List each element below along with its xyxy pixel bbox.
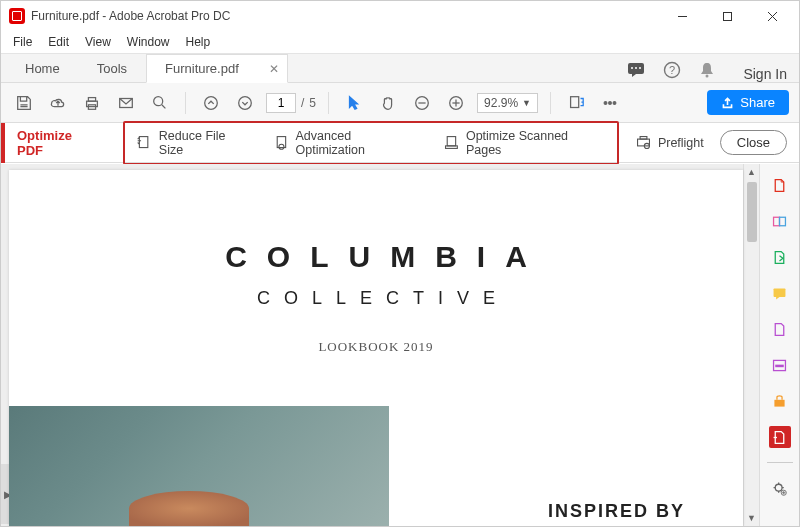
tab-document-label: Furniture.pdf [165,61,239,76]
zoom-out-icon[interactable] [409,90,435,116]
svg-point-25 [604,101,607,104]
tab-document[interactable]: Furniture.pdf ✕ [146,54,288,83]
bell-icon[interactable] [699,61,715,82]
svg-point-15 [154,96,163,105]
optimize-title: Optimize PDF [17,128,101,158]
tab-tools[interactable]: Tools [79,55,146,82]
page-sep: / [301,96,304,110]
svg-line-16 [162,104,166,108]
svg-rect-32 [446,146,458,149]
main-toolbar: / 5 92.9%▼ Share [1,83,799,123]
svg-rect-36 [774,217,780,226]
svg-rect-41 [774,399,784,406]
window-title: Furniture.pdf - Adobe Acrobat Pro DC [31,9,660,23]
scroll-thumb[interactable] [747,182,757,242]
svg-rect-40 [775,364,784,367]
svg-point-17 [205,96,218,109]
optimize-scanned-button[interactable]: Optimize Scanned Pages [437,126,612,160]
rail-protect-icon[interactable] [769,390,791,412]
rail-more-tools-icon[interactable] [769,477,791,499]
search-icon[interactable] [147,90,173,116]
rail-redact-icon[interactable] [769,354,791,376]
print-icon[interactable] [79,90,105,116]
app-icon [9,8,25,24]
svg-rect-12 [88,97,95,101]
maximize-button[interactable] [705,2,750,30]
optimize-toolbar: Optimize PDF Reduce File Size Advanced O… [1,123,799,163]
advanced-optimization-button[interactable]: Advanced Optimization [267,126,429,160]
close-optimize-button[interactable]: Close [720,130,787,155]
minimize-button[interactable] [660,2,705,30]
titlebar: Furniture.pdf - Adobe Acrobat Pro DC [1,1,799,31]
rail-export-icon[interactable] [769,246,791,268]
scroll-up-icon[interactable]: ▲ [744,164,759,180]
tab-home[interactable]: Home [7,55,79,82]
doc-image [9,406,389,526]
optimize-group-highlight: Reduce File Size Advanced Optimization O… [123,121,619,165]
chat-icon[interactable] [627,62,645,81]
right-tool-rail [759,164,799,526]
zoom-level[interactable]: 92.9%▼ [477,93,538,113]
content-area: ▶ COLUMBIA COLLECTIVE LOOKBOOK 2019 INSP… [1,164,759,526]
svg-point-27 [613,101,616,104]
share-label: Share [740,95,775,110]
svg-point-7 [639,67,641,69]
rail-optimize-icon[interactable] [769,426,791,448]
tabbar: Home Tools Furniture.pdf ✕ ? Sign In [1,53,799,83]
share-button[interactable]: Share [707,90,789,115]
select-tool-icon[interactable] [341,90,367,116]
page-indicator: / 5 [266,93,316,113]
svg-rect-34 [640,137,647,140]
preflight-button[interactable]: Preflight [629,131,710,154]
doc-heading-1: COLUMBIA [9,240,743,274]
vertical-scrollbar[interactable]: ▲ ▼ [743,164,759,526]
menu-edit[interactable]: Edit [42,33,75,51]
page-up-icon[interactable] [198,90,224,116]
rail-organize-icon[interactable] [769,318,791,340]
rail-comment-icon[interactable] [769,282,791,304]
scroll-down-icon[interactable]: ▼ [744,510,759,526]
mail-icon[interactable] [113,90,139,116]
hand-tool-icon[interactable] [375,90,401,116]
sign-in-link[interactable]: Sign In [731,66,799,82]
rail-combine-icon[interactable] [769,210,791,232]
zoom-in-icon[interactable] [443,90,469,116]
svg-rect-38 [774,288,786,297]
close-tab-icon[interactable]: ✕ [269,62,279,76]
fit-width-icon[interactable] [563,90,589,116]
menubar: File Edit View Window Help [1,31,799,53]
accent-bar [1,123,5,163]
close-button[interactable] [750,2,795,30]
help-icon[interactable]: ? [663,61,681,82]
svg-point-6 [635,67,637,69]
svg-point-5 [631,67,633,69]
doc-inspired: INSPIRED BY [548,501,685,522]
page-current-input[interactable] [266,93,296,113]
rail-create-pdf-icon[interactable] [769,174,791,196]
save-icon[interactable] [11,90,37,116]
menu-help[interactable]: Help [180,33,217,51]
svg-point-30 [279,144,284,149]
svg-rect-33 [637,139,649,146]
cloud-icon[interactable] [45,90,71,116]
svg-point-42 [775,484,782,491]
svg-text:?: ? [669,64,675,76]
more-icon[interactable] [597,90,623,116]
svg-rect-28 [139,137,147,148]
svg-rect-24 [571,96,579,107]
svg-rect-1 [724,12,732,20]
menu-window[interactable]: Window [121,33,176,51]
doc-heading-2: COLLECTIVE [9,288,743,309]
svg-point-26 [609,101,612,104]
menu-view[interactable]: View [79,33,117,51]
menu-file[interactable]: File [7,33,38,51]
svg-rect-37 [780,217,786,226]
page-down-icon[interactable] [232,90,258,116]
svg-point-18 [239,96,252,109]
doc-subheading: LOOKBOOK 2019 [9,339,743,355]
svg-point-10 [706,75,709,78]
document-page[interactable]: COLUMBIA COLLECTIVE LOOKBOOK 2019 INSPIR… [9,170,743,526]
page-total: 5 [309,96,316,110]
svg-rect-31 [447,137,455,146]
reduce-file-size-button[interactable]: Reduce File Size [130,126,259,160]
